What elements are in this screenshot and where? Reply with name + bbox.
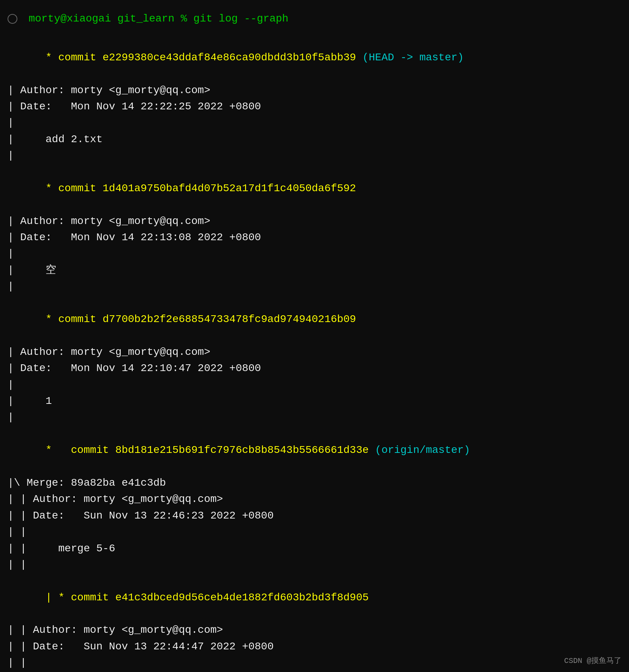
commit2-row: * commit 1d401a9750bafd4d07b52a17d1f1c40… [8, 164, 629, 213]
window-circle [8, 14, 17, 24]
commit1-hash: commit e2299380ce43ddaf84e86ca90dbdd3b10… [58, 52, 356, 63]
commit3-author: | Author: morty <g_morty@qq.com> [8, 344, 629, 360]
commit3-date: | Date: Mon Nov 14 22:10:47 2022 +0800 [8, 360, 629, 376]
commit5-star: | * [46, 592, 71, 603]
commit2-blank1: | [8, 245, 629, 262]
commit1-msg: | add 2.txt [8, 131, 629, 147]
commit2-msg: | 空 [8, 262, 629, 278]
commit4-blank1: | | [8, 524, 629, 540]
commit3-row: * commit d7700b2b2f2e68854733478fc9ad974… [8, 295, 629, 344]
commit1-blank2: | [8, 147, 629, 164]
commit2-star: * [46, 183, 58, 194]
commit1-star: * [46, 52, 58, 63]
commit3-blank2: | [8, 409, 629, 425]
commit1-blank1: | [8, 115, 629, 131]
title-bar: morty@xiaogai git_learn % git log --grap… [0, 7, 629, 33]
commit5-date: | | Date: Sun Nov 13 22:44:47 2022 +0800 [8, 638, 629, 655]
commit4-star: * [46, 444, 71, 456]
commit4-hash: commit 8bd181e215b691fc7976cb8b8543b5566… [71, 444, 369, 456]
terminal-window: morty@xiaogai git_learn % git log --grap… [0, 0, 629, 672]
commit4-author: | | Author: morty <g_morty@qq.com> [8, 491, 629, 507]
commit4-date: | | Date: Sun Nov 13 22:46:23 2022 +0800 [8, 508, 629, 524]
commit2-hash: commit 1d401a9750bafd4d07b52a17d1f1c4050… [58, 183, 356, 194]
git-log-output: * commit e2299380ce43ddaf84e86ca90dbdd3b… [0, 33, 629, 672]
commit4-ref: (origin/master) [369, 444, 470, 456]
commit1-author: | Author: morty <g_morty@qq.com> [8, 82, 629, 98]
commit1-row: * commit e2299380ce43ddaf84e86ca90dbdd3b… [8, 33, 629, 82]
commit4-msg: | | merge 5-6 [8, 540, 629, 557]
commit1-ref: (HEAD -> master) [356, 52, 464, 63]
commit4-row: * commit 8bd181e215b691fc7976cb8b8543b55… [8, 426, 629, 475]
commit5-row: | * commit e41c3dbced9d56ceb4de1882fd603… [8, 573, 629, 622]
commit3-star: * [46, 313, 58, 325]
commit4-blank2: | | [8, 557, 629, 573]
prompt-user: morty@xiaogai git_learn % git log --grap… [29, 13, 288, 25]
commit2-author: | Author: morty <g_morty@qq.com> [8, 213, 629, 229]
commit3-hash: commit d7700b2b2f2e68854733478fc9ad97494… [58, 313, 356, 325]
prompt-line: morty@xiaogai git_learn % git log --grap… [21, 11, 288, 27]
commit2-blank2: | [8, 278, 629, 295]
commit5-author: | | Author: morty <g_morty@qq.com> [8, 622, 629, 638]
watermark: CSDN @摸鱼马了 [564, 655, 621, 667]
commit5-blank1: | | [8, 655, 629, 671]
commit3-blank1: | [8, 377, 629, 393]
commit1-date: | Date: Mon Nov 14 22:22:25 2022 +0800 [8, 98, 629, 115]
commit4-merge: |\ Merge: 89a82ba e41c3db [8, 475, 629, 491]
commit5-hash: commit e41c3dbced9d56ceb4de1882fd603b2bd… [71, 592, 369, 603]
commit3-msg: | 1 [8, 393, 629, 409]
commit2-date: | Date: Mon Nov 14 22:13:08 2022 +0800 [8, 229, 629, 245]
